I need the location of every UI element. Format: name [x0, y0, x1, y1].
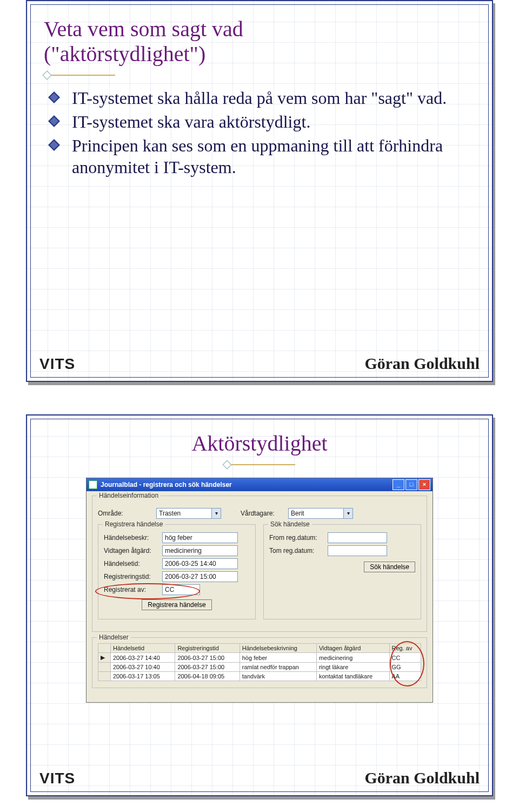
cell: medicinering — [316, 653, 389, 663]
cell: 2006-03-17 13:05 — [111, 672, 175, 681]
table-row[interactable]: ▶ 2006-03-27 14:40 2006-03-27 15:00 hög … — [98, 653, 421, 663]
slide-1-title: Veta vem som sagt vad ("aktörstydlighet"… — [44, 17, 475, 67]
group-handelseinformation: Händelseinformation Område: Trasten ▾ Vå… — [92, 496, 427, 632]
registreringstid-value: 2006-03-27 15:00 — [165, 573, 216, 580]
cell: CC — [389, 653, 421, 663]
bullet-list: IT-systemet ska hålla reda på vem som ha… — [44, 87, 475, 178]
th-regav: Reg. av — [389, 644, 421, 653]
register-button[interactable]: Registrera händelse — [142, 599, 211, 610]
accent-bar — [230, 464, 295, 465]
vits-logo: VITS — [39, 355, 75, 373]
bullet-1: IT-systemet ska hålla reda på vem som ha… — [48, 87, 475, 109]
tom-label: Tom reg.datum: — [269, 547, 323, 554]
minimize-button[interactable]: _ — [392, 479, 404, 490]
row-pointer-icon: ▶ — [98, 653, 111, 663]
registreringstid-input[interactable]: 2006-03-27 15:00 — [162, 571, 238, 582]
slide-2: Aktörstydlighet Journalblad - registrera… — [26, 414, 493, 796]
close-button[interactable]: × — [418, 479, 430, 490]
th-handelsetid: Händelsetid — [111, 644, 175, 653]
cell: kontaktat tandläkare — [316, 672, 389, 681]
title-accent — [44, 72, 475, 78]
bullet-3: Principen kan ses som en uppmaning till … — [48, 135, 475, 178]
accent-bar — [50, 75, 115, 76]
slide-2-title: Aktörstydlighet — [44, 431, 475, 456]
title-line-2: ("aktörstydlighet") — [44, 42, 205, 66]
th-vidtagen: Vidtagen åtgärd — [316, 644, 389, 653]
row-omrade-vardtagare: Område: Trasten ▾ Vårdtagare: Berit ▾ — [98, 508, 421, 519]
handelsebeskr-input[interactable]: hög feber — [162, 532, 238, 543]
slide-1: Veta vem som sagt vad ("aktörstydlighet"… — [26, 0, 493, 382]
accent-diamond-icon — [43, 71, 52, 80]
vardtagare-value: Berit — [291, 510, 304, 517]
from-label: From reg.datum: — [269, 534, 323, 542]
handelsetid-value: 2006-03-25 14:40 — [165, 560, 216, 567]
bullet-2-text: IT-systemet ska vara aktörstydligt. — [72, 112, 310, 131]
legend-sok: Sök händelse — [268, 520, 312, 528]
legend-handelser: Händelser — [97, 633, 131, 641]
group-sok: Sök händelse From reg.datum: Tom reg.dat… — [263, 524, 421, 619]
vidtagen-value: medicinering — [165, 547, 202, 554]
legend-registrera: Registrera händelse — [103, 520, 165, 528]
slide-footer: VITS Göran Goldkuhl — [39, 769, 480, 787]
app-window: Journalblad - registrera och sök händels… — [86, 478, 433, 703]
registrerat-label: Registrerat av: — [104, 586, 158, 593]
author-name: Göran Goldkuhl — [364, 354, 480, 373]
chevron-down-icon: ▾ — [211, 509, 221, 518]
th-beskrivning: Händelsebeskrivning — [239, 644, 316, 653]
title-line-1: Veta vem som sagt vad — [44, 17, 243, 41]
bullet-3-text: Principen kan ses som en uppmaning till … — [72, 136, 443, 177]
slide-2-inner: Aktörstydlighet Journalblad - registrera… — [30, 419, 489, 792]
omrade-label: Område: — [98, 510, 152, 517]
registrerat-value: CC — [165, 586, 174, 593]
diamond-bullet-icon — [48, 115, 60, 127]
accent-diamond-icon — [223, 460, 232, 470]
app-icon — [89, 480, 97, 489]
slide-footer: VITS Göran Goldkuhl — [39, 354, 480, 373]
omrade-value: Trasten — [159, 510, 181, 517]
diamond-bullet-icon — [48, 91, 60, 103]
legend-info: Händelseinformation — [97, 492, 161, 499]
handelsebeskr-label: Händelsebeskr: — [104, 534, 158, 542]
slide-1-inner: Veta vem som sagt vad ("aktörstydlighet"… — [30, 4, 489, 378]
cell: ramlat nedför trappan — [239, 663, 316, 672]
th-ptr — [98, 644, 111, 653]
tom-input[interactable] — [328, 545, 387, 556]
chevron-down-icon: ▾ — [343, 509, 352, 518]
cell: 2006-04-18 09:05 — [175, 672, 239, 681]
registrerat-input[interactable]: CC — [162, 584, 200, 595]
handelsetid-input[interactable]: 2006-03-25 14:40 — [162, 558, 238, 569]
cell: GG — [389, 663, 421, 672]
cell: tandvärk — [239, 672, 316, 681]
omrade-combo[interactable]: Trasten ▾ — [156, 508, 221, 519]
cell: 2006-03-27 10:40 — [111, 663, 175, 672]
titlebar: Journalblad - registrera och sök händels… — [86, 478, 432, 491]
window-title: Journalblad - registrera och sök händels… — [101, 481, 232, 488]
group-registrera: Registrera händelse Händelsebeskr: hög f… — [98, 524, 256, 619]
from-input[interactable] — [328, 532, 387, 543]
search-button[interactable]: Sök händelse — [364, 562, 415, 572]
vardtagare-combo[interactable]: Berit ▾ — [288, 508, 353, 519]
vits-logo: VITS — [39, 770, 75, 787]
app-body: Händelseinformation Område: Trasten ▾ Vå… — [86, 491, 432, 702]
author-name: Göran Goldkuhl — [364, 769, 480, 787]
th-registreringstid: Registreringstid — [175, 644, 239, 653]
table-row[interactable]: 2006-03-27 10:40 2006-03-27 15:00 ramlat… — [98, 663, 421, 672]
bullet-2: IT-systemet ska vara aktörstydligt. — [48, 111, 475, 133]
vidtagen-input[interactable]: medicinering — [162, 545, 238, 556]
cell: 2006-03-27 15:00 — [175, 663, 239, 672]
vardtagare-label: Vårdtagare: — [241, 510, 284, 517]
cell: AA — [389, 672, 421, 681]
cell: hög feber — [239, 653, 316, 663]
events-table: Händelsetid Registreringstid Händelsebes… — [98, 643, 421, 681]
table-row[interactable]: 2006-03-17 13:05 2006-04-18 09:05 tandvä… — [98, 672, 421, 681]
vidtagen-label: Vidtagen åtgärd: — [104, 547, 158, 554]
title-accent — [44, 461, 475, 468]
diamond-bullet-icon — [48, 139, 60, 151]
cell: 2006-03-27 14:40 — [111, 653, 175, 663]
bullet-1-text: IT-systemet ska hålla reda på vem som ha… — [72, 88, 447, 108]
group-handelser: Händelser Händelsetid Registreringstid H… — [92, 637, 427, 688]
maximize-button[interactable]: □ — [405, 479, 417, 490]
cell: ringt läkare — [316, 663, 389, 672]
handelsebeskr-value: hög feber — [165, 534, 192, 542]
row-pointer-icon — [98, 672, 111, 681]
